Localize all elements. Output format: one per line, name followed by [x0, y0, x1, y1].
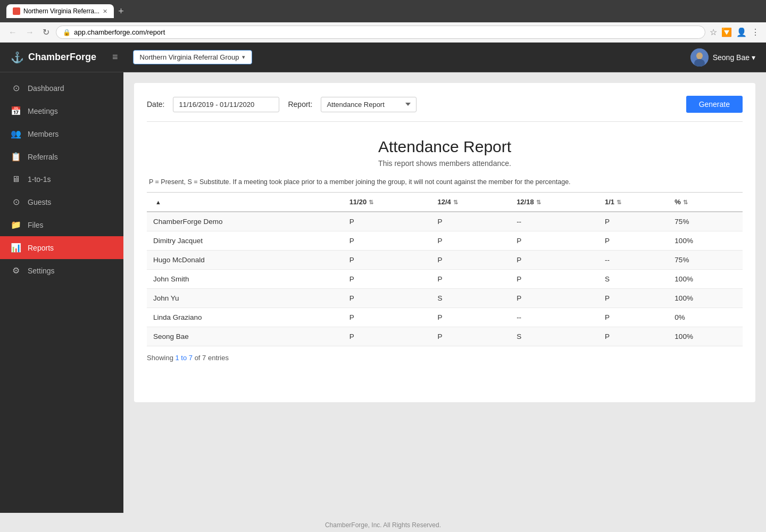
cell-jan1: S [598, 270, 668, 289]
cell-pct: 100% [668, 327, 743, 346]
cell-dec18: -- [510, 212, 598, 231]
sidebar-item-guests[interactable]: ⊙ Guests [0, 190, 123, 213]
guests-icon: ⊙ [11, 197, 21, 207]
back-button[interactable]: ← [6, 27, 19, 38]
cell-nov20: P [343, 231, 431, 251]
table-row: Seong BaePPSP100% [147, 327, 743, 346]
address-bar[interactable]: 🔒 app.chamberforge.com/report [56, 26, 705, 39]
org-selector[interactable]: Northern Virginia Referral Group ▾ [133, 50, 253, 64]
showing-suffix: of 7 entries [193, 354, 229, 362]
browser-actions: ☆ 🔽 👤 ⋮ [710, 27, 760, 37]
org-selector-chevron-icon: ▾ [242, 54, 245, 61]
sidebar: ⊙ Dashboard 📅 Meetings 👥 Members 📋 Refer… [0, 72, 123, 513]
sidebar-item-dashboard[interactable]: ⊙ Dashboard [0, 77, 123, 99]
sidebar-item-label: Settings [28, 267, 55, 275]
cell-name: John Smith [147, 270, 343, 289]
cell-jan1: P [598, 289, 668, 308]
date-label: Date: [147, 100, 164, 109]
report-title-section: Attendance Report This report shows memb… [147, 122, 743, 178]
sidebar-item-settings[interactable]: ⚙ Settings [0, 259, 123, 282]
table-row: ChamberForge DemoPP--P75% [147, 212, 743, 231]
cell-dec4: S [431, 289, 511, 308]
generate-button[interactable]: Generate [686, 96, 743, 113]
showing-range: 1 to 7 [175, 354, 193, 362]
forward-button[interactable]: → [23, 27, 36, 38]
cell-dec18: P [510, 270, 598, 289]
new-tab-button[interactable]: + [118, 6, 124, 16]
cell-jan1: -- [598, 251, 668, 270]
cell-nov20: P [343, 327, 431, 346]
sort-icon-nov20: ⇅ [369, 199, 373, 205]
sidebar-item-1to1s[interactable]: 🖥 1-to-1s [0, 168, 123, 190]
cell-name: Hugo McDonald [147, 251, 343, 270]
sidebar-item-referrals[interactable]: 📋 Referrals [0, 145, 123, 168]
cell-dec4: P [431, 231, 511, 251]
cell-dec18: -- [510, 308, 598, 327]
tab-title: Northern Virginia Referra... [23, 7, 99, 15]
1to1s-icon: 🖥 [11, 174, 21, 184]
table-row: John YuPSPP100% [147, 289, 743, 308]
col-header-dec4[interactable]: 12/4⇅ [431, 193, 511, 212]
header-menu-button[interactable]: ≡ [112, 52, 118, 63]
sidebar-item-meetings[interactable]: 📅 Meetings [0, 99, 123, 122]
sort-icon-name: ▲ [155, 199, 161, 205]
cell-dec18: P [510, 289, 598, 308]
cell-nov20: P [343, 308, 431, 327]
col-header-name[interactable]: ▲ [147, 193, 343, 212]
sidebar-item-files[interactable]: 📁 Files [0, 213, 123, 236]
main-content: Date: Report: Attendance ReportReferral … [123, 72, 766, 513]
browser-chrome: Northern Virginia Referra... ✕ + [0, 0, 766, 22]
table-row: Dimitry JacquetPPPP100% [147, 231, 743, 251]
cell-pct: 0% [668, 308, 743, 327]
cell-name: Linda Graziano [147, 308, 343, 327]
lock-icon: 🔒 [63, 29, 71, 36]
app-logo[interactable]: ⚓ ChamberForge [11, 51, 96, 64]
bookmark-icon[interactable]: ☆ [710, 27, 717, 37]
user-menu[interactable]: Seong Bae ▾ [713, 53, 755, 62]
col-header-dec18[interactable]: 12/18⇅ [510, 193, 598, 212]
app-body: ⊙ Dashboard 📅 Meetings 👥 Members 📋 Refer… [0, 72, 766, 513]
date-input[interactable] [173, 97, 279, 112]
footer: ChamberForge, Inc. All Rights Reserved. [0, 513, 766, 532]
tab-close-button[interactable]: ✕ [103, 8, 107, 15]
table-row: Linda GrazianoPP--P0% [147, 308, 743, 327]
user-name-text: Seong Bae [713, 53, 750, 62]
sidebar-item-reports[interactable]: 📊 Reports [0, 236, 123, 259]
report-title: Attendance Report [147, 138, 743, 156]
reports-icon: 📊 [11, 243, 21, 253]
menu-icon[interactable]: ⋮ [751, 27, 760, 37]
profile-icon[interactable]: 👤 [736, 27, 747, 37]
header-right: Seong Bae ▾ [690, 48, 755, 66]
browser-tab[interactable]: Northern Virginia Referra... ✕ [6, 4, 114, 18]
extensions-icon[interactable]: 🔽 [721, 27, 732, 37]
sidebar-item-label: Dashboard [28, 84, 64, 93]
col-header-jan1[interactable]: 1/1⇅ [598, 193, 668, 212]
col-header-nov20[interactable]: 11/20⇅ [343, 193, 431, 212]
sort-icon-dec18: ⇅ [536, 199, 541, 205]
cell-nov20: P [343, 270, 431, 289]
report-subtitle: This report shows members attendance. [147, 159, 743, 168]
members-icon: 👥 [11, 129, 21, 139]
col-header-pct[interactable]: %⇅ [668, 193, 743, 212]
tab-favicon [13, 7, 20, 15]
report-label: Report: [288, 100, 312, 109]
sidebar-item-members[interactable]: 👥 Members [0, 122, 123, 145]
sidebar-item-label: 1-to-1s [28, 175, 51, 184]
cell-jan1: P [598, 231, 668, 251]
report-select[interactable]: Attendance ReportReferral Report1-to-1 R… [321, 97, 417, 112]
cell-pct: 100% [668, 231, 743, 251]
cell-name: ChamberForge Demo [147, 212, 343, 231]
sort-icon-pct: ⇅ [683, 199, 688, 205]
cell-pct: 100% [668, 270, 743, 289]
cell-nov20: P [343, 212, 431, 231]
refresh-button[interactable]: ↻ [40, 26, 52, 38]
sidebar-item-label: Members [28, 130, 59, 138]
cell-jan1: P [598, 327, 668, 346]
cell-dec18: S [510, 327, 598, 346]
url-text: app.chamberforge.com/report [74, 28, 165, 36]
org-selector-label: Northern Virginia Referral Group [140, 53, 239, 61]
filter-bar: Date: Report: Attendance ReportReferral … [147, 96, 743, 122]
table-row: Hugo McDonaldPPP--75% [147, 251, 743, 270]
cell-dec4: P [431, 327, 511, 346]
svg-point-1 [696, 52, 703, 59]
